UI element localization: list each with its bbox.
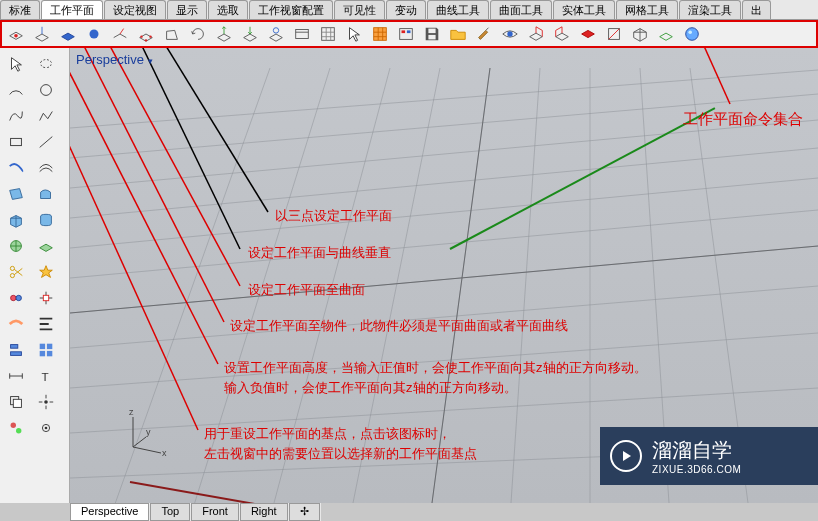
tab-cplane[interactable]: 工作平面: [41, 0, 103, 19]
pointer-icon[interactable]: [2, 52, 30, 76]
view-top-icon[interactable]: [578, 24, 598, 44]
svg-rect-9: [400, 29, 413, 40]
view-front-icon[interactable]: [604, 24, 624, 44]
view-persp-icon[interactable]: [656, 24, 676, 44]
viewport-title[interactable]: Perspective ▾: [76, 52, 153, 67]
box-icon[interactable]: [2, 208, 30, 232]
cplane-prev-icon[interactable]: [240, 24, 260, 44]
view-right-icon[interactable]: [526, 24, 546, 44]
cplane-origin-icon[interactable]: [6, 24, 26, 44]
plane-icon[interactable]: [32, 234, 60, 258]
btab-right[interactable]: Right: [240, 503, 288, 521]
cplane-rotate-icon[interactable]: [188, 24, 208, 44]
tab-standard[interactable]: 标准: [0, 0, 40, 19]
cplane-next-icon[interactable]: [214, 24, 234, 44]
rect-icon[interactable]: [2, 130, 30, 154]
svg-point-25: [16, 295, 21, 300]
settings-icon[interactable]: [32, 416, 60, 440]
curve-icon[interactable]: [2, 104, 30, 128]
star-icon[interactable]: [32, 260, 60, 284]
tab-display[interactable]: 显示: [167, 0, 207, 19]
top-toolbar: [0, 20, 818, 48]
select-window-icon[interactable]: [370, 24, 390, 44]
viewport-dropdown-arrow-icon[interactable]: ▾: [148, 56, 153, 66]
tab-more[interactable]: 出: [742, 0, 771, 19]
svg-point-0: [14, 34, 18, 38]
btab-top[interactable]: Top: [150, 503, 190, 521]
surface-patch-icon[interactable]: [2, 182, 30, 206]
trim-icon[interactable]: [32, 286, 60, 310]
sketch-icon[interactable]: [32, 182, 60, 206]
offset-icon[interactable]: [32, 156, 60, 180]
tab-set-view[interactable]: 设定视图: [104, 0, 166, 19]
layers-icon[interactable]: [396, 24, 416, 44]
explode-icon[interactable]: [32, 390, 60, 414]
svg-line-64: [133, 447, 161, 453]
svg-text:z: z: [129, 409, 134, 417]
pipe-icon[interactable]: [2, 312, 30, 336]
left-toolbar: T: [0, 48, 70, 503]
cursor-icon[interactable]: [344, 24, 364, 44]
svg-text:x: x: [162, 448, 167, 458]
cplane-3point-icon[interactable]: [136, 24, 156, 44]
sphere-icon[interactable]: [682, 24, 702, 44]
svg-line-61: [70, 246, 818, 313]
link-icon[interactable]: [2, 286, 30, 310]
loft-icon[interactable]: [2, 338, 30, 362]
btab-perspective[interactable]: Perspective: [70, 503, 149, 521]
svg-point-16: [686, 28, 699, 41]
tab-solid-tools[interactable]: 实体工具: [553, 0, 615, 19]
tab-select[interactable]: 选取: [208, 0, 248, 19]
tab-surface-tools[interactable]: 曲面工具: [490, 0, 552, 19]
svg-point-18: [41, 85, 52, 96]
copy-icon[interactable]: [2, 390, 30, 414]
tab-curve-tools[interactable]: 曲线工具: [427, 0, 489, 19]
mesh-sphere-icon[interactable]: [2, 234, 30, 258]
btab-front[interactable]: Front: [191, 503, 239, 521]
cplane-vertical-icon[interactable]: [162, 24, 182, 44]
svg-line-57: [510, 68, 540, 503]
tab-vp-layout[interactable]: 工作视窗配置: [249, 0, 333, 19]
cplane-surface-icon[interactable]: [84, 24, 104, 44]
callout-label: 工作平面命令集合: [683, 110, 803, 129]
viewport[interactable]: Perspective ▾: [70, 48, 818, 503]
polyline-icon[interactable]: [32, 104, 60, 128]
cplane-world-icon[interactable]: [266, 24, 286, 44]
anno-origin: 用于重设工作平面的基点，点击该图标时， 左击视窗中的需要位置以选择新的工作平面基…: [204, 424, 477, 463]
tab-transform[interactable]: 变动: [386, 0, 426, 19]
btab-add[interactable]: ✢: [289, 503, 320, 521]
viewport-title-text: Perspective: [76, 52, 144, 67]
freeform-icon[interactable]: [2, 156, 30, 180]
svg-rect-27: [11, 352, 22, 356]
svg-point-24: [11, 295, 16, 300]
cplane-perpendicular-icon[interactable]: [110, 24, 130, 44]
circle-icon[interactable]: [32, 78, 60, 102]
view-iso-icon[interactable]: [630, 24, 650, 44]
cylinder-icon[interactable]: [32, 208, 60, 232]
line-icon[interactable]: [32, 130, 60, 154]
dimension-icon[interactable]: [2, 364, 30, 388]
visibility-icon[interactable]: [500, 24, 520, 44]
scissors-icon[interactable]: [2, 260, 30, 284]
toggle-grid-icon[interactable]: [318, 24, 338, 44]
lasso-icon[interactable]: [32, 52, 60, 76]
svg-point-40: [45, 427, 48, 430]
cplane-object-icon[interactable]: [58, 24, 78, 44]
presets-icon[interactable]: [32, 338, 60, 362]
align-icon[interactable]: [32, 312, 60, 336]
cplane-elevation-icon[interactable]: [32, 24, 52, 44]
tab-mesh-tools[interactable]: 网格工具: [616, 0, 678, 19]
cplane-named-icon[interactable]: [292, 24, 312, 44]
open-folder-icon[interactable]: [448, 24, 468, 44]
save-icon[interactable]: [422, 24, 442, 44]
tab-visibility[interactable]: 可见性: [334, 0, 385, 19]
svg-rect-31: [40, 351, 45, 356]
arc-icon[interactable]: [2, 78, 30, 102]
svg-rect-8: [374, 28, 387, 41]
group-icon[interactable]: [2, 416, 30, 440]
paint-icon[interactable]: [474, 24, 494, 44]
text-icon[interactable]: T: [32, 364, 60, 388]
svg-point-22: [10, 266, 14, 270]
view-left-icon[interactable]: [552, 24, 572, 44]
tab-render-tools[interactable]: 渲染工具: [679, 0, 741, 19]
